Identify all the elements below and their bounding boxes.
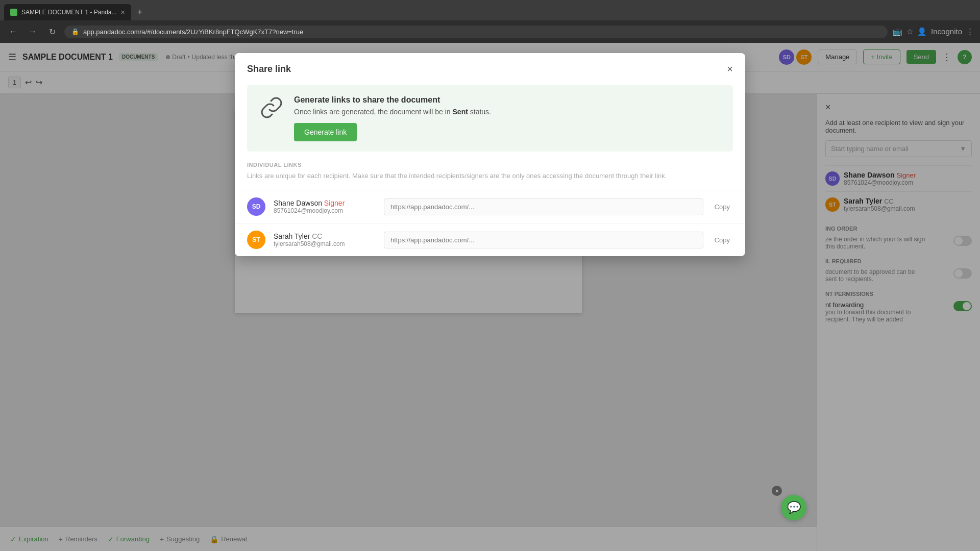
- banner-desc-end: status.: [468, 108, 491, 116]
- lock-icon: 🔒: [71, 28, 79, 35]
- modal-recipient-name: Sarah Tyler CC: [274, 232, 376, 240]
- modal-recipient-name: Shane Dawson Signer: [274, 199, 376, 207]
- modal-recipient-email: tylersarah508@gmail.com: [274, 240, 376, 247]
- url-text: app.pandadoc.com/a/#/documents/2UzYiBKr8…: [83, 28, 303, 36]
- individual-links-label: INDIVIDUAL LINKS: [235, 162, 745, 168]
- tab-favicon: [10, 9, 17, 16]
- modal-overlay: Share link × Generate links to share the…: [0, 43, 980, 551]
- modal-recipient-email: 85761024@moodjoy.com: [274, 207, 376, 214]
- app: ☰ SAMPLE DOCUMENT 1 DOCUMENTS Draft • Up…: [0, 43, 980, 551]
- banner-status: Sent: [453, 108, 468, 116]
- cast-icon[interactable]: 📺: [893, 27, 902, 36]
- forward-button[interactable]: →: [26, 24, 40, 39]
- modal-recipient-avatar: ST: [247, 231, 265, 249]
- link-input[interactable]: [384, 198, 703, 215]
- active-tab[interactable]: SAMPLE DOCUMENT 1 - Panda... ×: [4, 4, 131, 20]
- modal-recipient-role: Signer: [324, 199, 345, 207]
- banner-title: Generate links to share the document: [294, 95, 721, 105]
- banner-desc-start: Once links are generated, the document w…: [294, 108, 453, 116]
- chat-widget-button[interactable]: 💬: [781, 495, 806, 520]
- copy-button[interactable]: Copy: [712, 233, 733, 247]
- copy-button[interactable]: Copy: [712, 200, 733, 214]
- chat-icon: 💬: [787, 501, 801, 514]
- modal-recipients-list: SD Shane Dawson Signer 85761024@moodjoy.…: [235, 190, 745, 256]
- modal-recipient-info: Sarah Tyler CC tylersarah508@gmail.com: [274, 232, 376, 247]
- modal-title: Share link: [247, 64, 291, 74]
- bookmark-icon[interactable]: ☆: [906, 27, 913, 36]
- generate-link-button[interactable]: Generate link: [294, 123, 357, 141]
- address-bar[interactable]: 🔒 app.pandadoc.com/a/#/documents/2UzYiBK…: [64, 26, 888, 38]
- link-icon: [259, 95, 284, 120]
- recipient-link-row: SD Shane Dawson Signer 85761024@moodjoy.…: [235, 190, 745, 223]
- banner-desc: Once links are generated, the document w…: [294, 108, 721, 116]
- modal-recipient-info: Shane Dawson Signer 85761024@moodjoy.com: [274, 199, 376, 214]
- tab-close-button[interactable]: ×: [121, 8, 125, 16]
- incognito-label: Incognito: [931, 27, 962, 36]
- profile-icon[interactable]: 👤: [917, 27, 927, 36]
- back-button[interactable]: ←: [6, 24, 20, 39]
- tab-bar: SAMPLE DOCUMENT 1 - Panda... × +: [0, 0, 980, 20]
- modal-close-button[interactable]: ×: [727, 63, 733, 75]
- browser-nav: ← → ↻ 🔒 app.pandadoc.com/a/#/documents/2…: [0, 20, 980, 43]
- modal-header: Share link ×: [235, 53, 745, 85]
- menu-icon[interactable]: ⋮: [966, 27, 974, 36]
- modal-recipient-role: CC: [312, 232, 322, 240]
- modal-banner: Generate links to share the document Onc…: [247, 85, 733, 152]
- banner-content: Generate links to share the document Onc…: [294, 95, 721, 141]
- refresh-button[interactable]: ↻: [45, 24, 59, 39]
- new-tab-button[interactable]: +: [133, 7, 147, 18]
- recipient-link-row: ST Sarah Tyler CC tylersarah508@gmail.co…: [235, 223, 745, 256]
- individual-links-desc: Links are unique for each recipient. Mak…: [235, 172, 745, 180]
- chat-close-button[interactable]: ×: [772, 486, 782, 496]
- link-input[interactable]: [384, 232, 703, 248]
- share-link-modal: Share link × Generate links to share the…: [235, 53, 745, 256]
- browser-nav-icons: 📺 ☆ 👤 Incognito ⋮: [893, 27, 974, 36]
- modal-recipient-avatar: SD: [247, 197, 265, 216]
- browser-chrome: SAMPLE DOCUMENT 1 - Panda... × + ← → ↻ 🔒…: [0, 0, 980, 43]
- tab-title: SAMPLE DOCUMENT 1 - Panda...: [21, 9, 117, 16]
